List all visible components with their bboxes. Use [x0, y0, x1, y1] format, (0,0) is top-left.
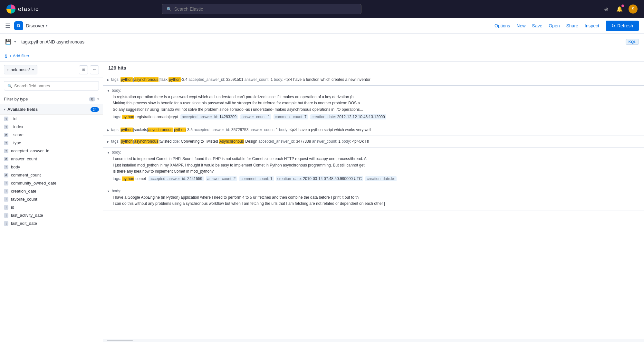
field-name: accepted_answer_id [11, 148, 49, 153]
field-item[interactable]: t _index [0, 123, 103, 131]
user-avatar[interactable]: S [629, 5, 638, 14]
field-type-hash-icon: # [4, 133, 8, 137]
result-meta-tags: tags: python|comet accepted_answer_id: 2… [113, 176, 622, 182]
query-icon-button[interactable]: 💾 [5, 39, 12, 45]
field-item[interactable]: # comment_count [0, 171, 103, 179]
field-item[interactable]: t id [0, 203, 103, 211]
options-button[interactable]: Options [495, 23, 510, 28]
filter-bar: ℹ + Add filter [0, 50, 644, 62]
result-content: tags: python|asynchronous|twisted title:… [111, 138, 369, 145]
filter-info-icon: ℹ [5, 53, 7, 59]
hits-bar: 129 hits [103, 62, 644, 74]
grid-view-button[interactable]: ⊞ [79, 65, 88, 74]
body-key: body: [112, 189, 121, 193]
filter-type-chevron-icon: ▾ [97, 97, 99, 101]
result-row: ▼ body: in registration operation there … [103, 86, 644, 124]
top-nav-right: ⊕ 🔔 S [601, 5, 638, 14]
new-button[interactable]: New [516, 23, 525, 28]
field-search-input[interactable] [14, 83, 95, 88]
field-item[interactable]: t favorite_count [0, 195, 103, 203]
body-line: Making this process slow is benefic for … [113, 100, 622, 106]
expand-icon[interactable]: ▼ [107, 89, 110, 92]
inspect-button[interactable]: Inspect [585, 23, 599, 28]
result-body: I once tried to implement Comet in PHP. … [107, 155, 640, 183]
query-chevron-button[interactable]: ▾ [14, 40, 16, 44]
field-name: last_edit_date [11, 221, 37, 226]
body-line: I just installed mod_python in my XAMPP.… [113, 162, 622, 168]
field-type-t-icon: t [4, 197, 8, 202]
result-row-header[interactable]: ▶ tags: python|sockets|asynchronous|pyth… [107, 127, 640, 133]
filter-type-label: Filter by type [4, 97, 28, 101]
hamburger-button[interactable]: ☰ [5, 22, 10, 29]
field-item[interactable]: t last_edit_date [0, 219, 103, 227]
main-content: 129 hits ▶ tags: python|asynchronous|fla… [103, 62, 644, 342]
expand-icon[interactable]: ▶ [107, 128, 109, 132]
field-search-inner: 🔍 [4, 81, 99, 90]
field-item[interactable]: t creation_date [0, 187, 103, 195]
field-name: _id [11, 116, 16, 121]
result-content: tags: python|asynchronous|flask|python-3… [111, 77, 370, 83]
filter-by-type[interactable]: Filter by type 0 ▾ [0, 94, 103, 104]
refresh-button[interactable]: ↻ Refresh [606, 21, 639, 31]
share-button[interactable]: Share [566, 23, 578, 28]
field-list: t _id t _index # _score t _type t accept… [0, 115, 103, 342]
open-button[interactable]: Open [549, 23, 560, 28]
index-badge[interactable]: stack-posts* ▾ [4, 65, 37, 74]
help-icon[interactable]: ⊕ [601, 5, 610, 14]
result-row-header[interactable]: ▼ body: [107, 150, 640, 155]
expand-icon[interactable]: ▼ [107, 151, 110, 154]
field-type-t-icon: t [4, 213, 8, 218]
body-line: I have a Google AppEngine (in Python) ap… [113, 195, 622, 201]
sidebar-toggle-button[interactable]: ⇐ [90, 65, 99, 74]
available-fields-section-header[interactable]: ▾ Available fields 24 [0, 104, 103, 115]
field-type-t-icon: t [4, 205, 8, 210]
field-type-t-icon: t [4, 141, 8, 145]
expand-icon[interactable]: ▼ [107, 190, 110, 193]
field-item[interactable]: t body [0, 163, 103, 171]
field-type-t-icon: t [4, 181, 8, 185]
body-line: I can do this without any problems using… [113, 201, 622, 207]
result-row-header[interactable]: ▶ tags: python|asynchronous|flask|python… [107, 77, 640, 83]
elastic-logo-text: elastic [18, 6, 39, 13]
sidebar: stack-posts* ▾ ⊞ ⇐ 🔍 Filter by type 0 ▾ [0, 62, 103, 342]
body-line: So any suggestions? using Tornado will n… [113, 107, 622, 113]
field-item[interactable]: t last_activity_date [0, 211, 103, 219]
notification-icon[interactable]: 🔔 [615, 5, 624, 14]
field-name: community_owned_date [11, 181, 56, 185]
field-name: comment_count [11, 173, 41, 177]
field-item[interactable]: t accepted_answer_id [0, 147, 103, 155]
query-input[interactable] [19, 38, 623, 46]
expand-icon[interactable]: ▶ [107, 78, 109, 81]
expand-icon[interactable]: ▶ [107, 140, 109, 143]
field-search-container: 🔍 [0, 78, 103, 94]
body-line: I once tried to implement Comet in PHP. … [113, 156, 622, 162]
app-chevron-button[interactable]: ▾ [46, 24, 48, 28]
kql-badge[interactable]: KQL [626, 39, 639, 45]
field-type-t-icon: t [4, 125, 8, 129]
search-bar[interactable]: 🔍 Search Elastic [162, 4, 361, 14]
field-item[interactable]: # _score [0, 131, 103, 139]
field-item[interactable]: # answer_count [0, 155, 103, 163]
result-row-header[interactable]: ▼ body: [107, 189, 640, 193]
available-fields-title: Available fields [7, 107, 38, 112]
body-key: body: [112, 88, 121, 93]
save-button[interactable]: Save [532, 23, 542, 28]
result-row: ▼ body: I once tried to implement Comet … [103, 147, 644, 186]
result-row-header[interactable]: ▶ tags: python|asynchronous|twisted titl… [107, 138, 640, 145]
result-row-header[interactable]: ▼ body: [107, 88, 640, 93]
add-filter-button[interactable]: + Add filter [9, 53, 29, 58]
available-fields-chevron-icon: ▾ [4, 108, 5, 111]
elastic-logo[interactable]: elastic [6, 5, 39, 14]
result-row: ▶ tags: python|asynchronous|twisted titl… [103, 136, 644, 147]
field-item[interactable]: t community_owned_date [0, 179, 103, 187]
elastic-logo-circle [6, 5, 15, 14]
field-type-hash-icon: # [4, 157, 8, 161]
field-type-t-icon: t [4, 165, 8, 169]
app-badge: D [14, 21, 23, 30]
field-item[interactable]: t _type [0, 139, 103, 147]
field-search-icon: 🔍 [7, 84, 12, 88]
sidebar-icon-group: ⊞ ⇐ [79, 65, 99, 74]
horizontal-scrollbar[interactable] [103, 339, 644, 342]
refresh-icon: ↻ [611, 23, 615, 28]
field-item[interactable]: t _id [0, 115, 103, 123]
